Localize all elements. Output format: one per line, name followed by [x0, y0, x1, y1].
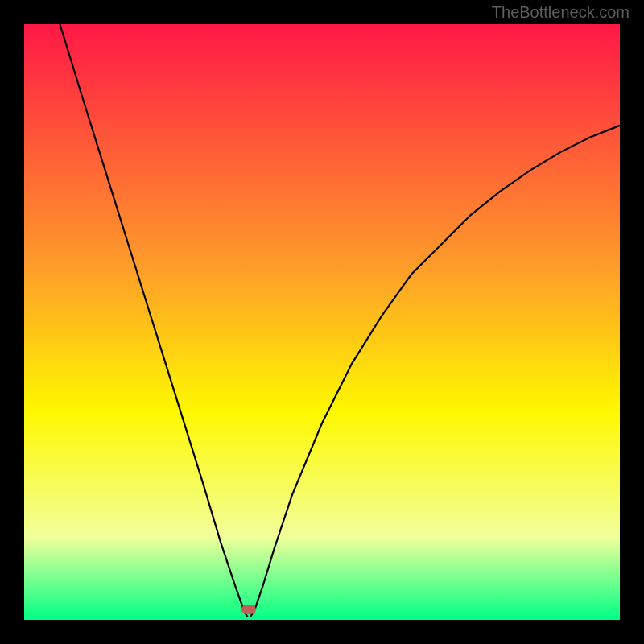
chart-plot-area [24, 24, 620, 620]
watermark-text: TheBottleneck.com [492, 3, 630, 22]
chart-svg [24, 24, 620, 620]
vertex-marker [242, 605, 256, 614]
gradient-background [24, 24, 620, 620]
